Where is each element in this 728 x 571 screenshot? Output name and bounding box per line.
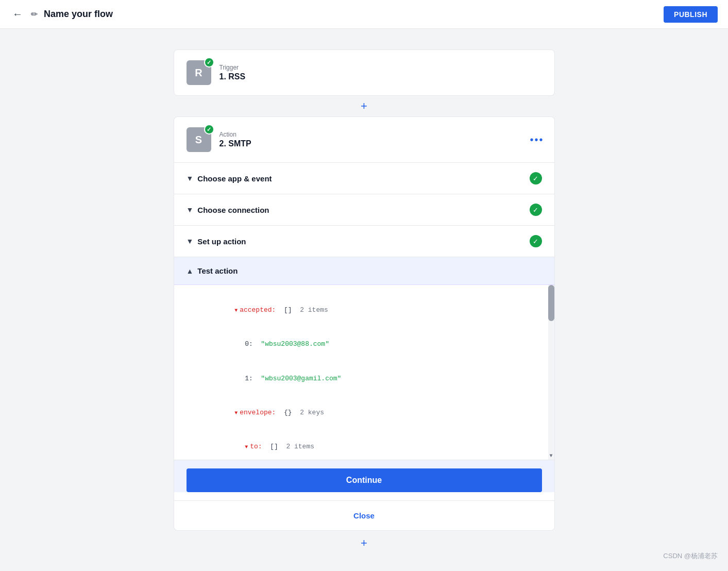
- watermark: CSDN @杨浦老苏: [663, 551, 718, 561]
- bottom-plus-connector[interactable]: +: [361, 533, 367, 553]
- triangle-icon-3: ▼: [245, 444, 248, 450]
- trigger-check-badge: ✓: [204, 57, 214, 68]
- choose-connection-check: ✓: [530, 204, 542, 216]
- header-left: ← ✏ Name your flow: [10, 6, 113, 22]
- chevron-up-icon: ▲: [187, 267, 194, 275]
- continue-button[interactable]: Continue: [187, 468, 542, 492]
- header: ← ✏ Name your flow PUBLISH: [0, 0, 728, 29]
- trigger-info: Trigger 1. RSS: [219, 64, 246, 81]
- trigger-name: 1. RSS: [219, 72, 246, 81]
- trigger-icon: R ✓: [187, 60, 211, 85]
- choose-app-section[interactable]: ▼ Choose app & event ✓: [174, 163, 554, 194]
- action-card-header: S ✓ Action 2. SMTP •••: [174, 117, 554, 163]
- action-info: Action 2. SMTP: [219, 131, 251, 148]
- action-name: 2. SMTP: [219, 139, 251, 148]
- setup-action-check: ✓: [530, 235, 542, 247]
- close-button[interactable]: Close: [353, 511, 375, 520]
- result-area[interactable]: ▼accepted: [] 2 items 0: "wbsu2003@88.co…: [174, 285, 554, 460]
- action-card: S ✓ Action 2. SMTP ••• ▼ Choose app & ev…: [174, 116, 555, 531]
- close-area: Close: [174, 500, 554, 530]
- trigger-card: R ✓ Trigger 1. RSS: [174, 49, 555, 96]
- flow-container: R ✓ Trigger 1. RSS + S ✓ Action 2. SMTP: [174, 49, 555, 553]
- setup-action-label: Set up action: [197, 237, 246, 246]
- test-action-section: ▲ Test action ▼accepted: [] 2 items 0: "…: [174, 257, 554, 492]
- chevron-down-icon: ▼: [187, 174, 194, 182]
- pencil-icon: ✏: [31, 9, 38, 19]
- back-button[interactable]: ←: [10, 6, 25, 22]
- choose-app-left: ▼ Choose app & event: [187, 174, 272, 183]
- action-label: Action: [219, 131, 251, 138]
- chevron-down-icon-3: ▼: [187, 237, 194, 245]
- action-check-badge: ✓: [204, 124, 214, 135]
- triangle-icon: ▼: [234, 308, 238, 313]
- scrollbar-thumb[interactable]: [548, 285, 554, 321]
- choose-connection-left: ▼ Choose connection: [187, 206, 269, 214]
- choose-connection-label: Choose connection: [197, 206, 269, 214]
- scrollbar-arrow-down[interactable]: ▼: [548, 452, 554, 460]
- triangle-icon-2: ▼: [234, 410, 238, 416]
- action-menu-button[interactable]: •••: [530, 134, 544, 146]
- setup-action-section[interactable]: ▼ Set up action ✓: [174, 226, 554, 257]
- result-accepted-0: 0: "wbsu2003@88.com": [187, 327, 542, 361]
- flow-title: Name your flow: [44, 9, 113, 20]
- test-action-header[interactable]: ▲ Test action: [174, 257, 554, 285]
- publish-button[interactable]: PUBLISH: [664, 6, 718, 23]
- choose-connection-section[interactable]: ▼ Choose connection ✓: [174, 194, 554, 226]
- result-envelope: ▼envelope: {} 2 keys: [187, 396, 542, 430]
- result-accepted: ▼accepted: [] 2 items: [187, 293, 542, 327]
- result-accepted-1: 1: "wbsu2003@gamil.com": [187, 362, 542, 396]
- chevron-down-icon-2: ▼: [187, 206, 194, 214]
- choose-app-check: ✓: [530, 172, 542, 184]
- plus-connector-1[interactable]: +: [361, 96, 367, 116]
- result-to: ▼to: [] 2 items: [187, 430, 542, 460]
- trigger-label: Trigger: [219, 64, 246, 71]
- setup-action-left: ▼ Set up action: [187, 237, 246, 246]
- action-icon: S ✓: [187, 127, 211, 152]
- main-content: R ✓ Trigger 1. RSS + S ✓ Action 2. SMTP: [0, 29, 728, 571]
- choose-app-label: Choose app & event: [197, 174, 272, 183]
- test-action-label: Test action: [197, 266, 238, 275]
- scrollbar-track[interactable]: ▼: [548, 285, 554, 460]
